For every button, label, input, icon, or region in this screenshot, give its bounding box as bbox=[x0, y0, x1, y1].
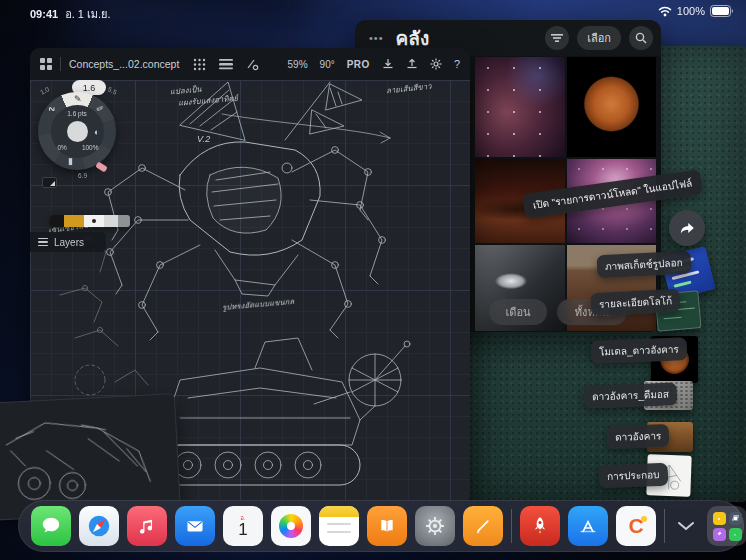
gallery-grid-button[interactable] bbox=[40, 58, 52, 70]
envelope-icon bbox=[182, 513, 208, 539]
photo-horsehead-nebula[interactable] bbox=[475, 57, 565, 157]
vector-shape-icon[interactable] bbox=[246, 58, 259, 71]
photos-flower-icon bbox=[279, 514, 303, 538]
layers-stack-icon[interactable] bbox=[219, 58, 233, 70]
concepts-toolbar: Concepts_...02.concept 59% 90° PRO bbox=[30, 48, 470, 80]
color-swatch-bar[interactable] bbox=[50, 215, 130, 227]
document-title[interactable]: Concepts_...02.concept bbox=[69, 58, 179, 70]
status-bar: 09:41 อ. 1 เม.ย. 100% bbox=[0, 0, 746, 22]
open-book-icon bbox=[375, 514, 399, 538]
dock-app-calendar[interactable]: อ. 1 bbox=[223, 506, 263, 546]
dock-app-photos[interactable] bbox=[271, 506, 311, 546]
help-button[interactable]: ? bbox=[454, 58, 460, 70]
drag-item-label[interactable]: การประกอบ bbox=[599, 463, 668, 488]
dock-divider bbox=[511, 509, 512, 543]
tool-wheel[interactable]: ✎ ∿ ✐ ▮ 1.6 pts 0% 100% ◐ bbox=[38, 92, 116, 170]
search-icon bbox=[635, 32, 647, 44]
search-button[interactable] bbox=[629, 26, 653, 50]
ring-size-value: 6.9 bbox=[78, 172, 87, 179]
forward-arrow-icon bbox=[678, 220, 696, 236]
notes-header-strip bbox=[319, 506, 359, 517]
dock-app-books[interactable] bbox=[367, 506, 407, 546]
drag-item-label[interactable]: รายละเอียดโลโก้ bbox=[590, 289, 680, 317]
clips-dot bbox=[641, 516, 647, 522]
dock-app-appstore[interactable] bbox=[568, 506, 608, 546]
chat-bubble-icon bbox=[38, 513, 64, 539]
swatch-white-selected[interactable] bbox=[84, 215, 104, 227]
wifi-icon bbox=[658, 6, 672, 17]
share-button[interactable] bbox=[669, 210, 705, 246]
export-icon[interactable] bbox=[406, 58, 418, 70]
opacity-max-label: 100% bbox=[82, 144, 99, 151]
appstore-a-icon bbox=[575, 513, 601, 539]
pro-badge[interactable]: PRO bbox=[347, 59, 370, 70]
drag-item-label[interactable]: ภาพสเก็ตช์รูปลอก bbox=[596, 251, 691, 279]
swatch-black[interactable] bbox=[50, 215, 64, 227]
contrast-icon[interactable]: ◐ bbox=[94, 127, 99, 137]
tool-wheel-inner[interactable]: 1.6 pts 0% 100% ◐ bbox=[51, 105, 104, 158]
rotation-value[interactable]: 90° bbox=[320, 59, 335, 70]
opacity-min-label: 0% bbox=[58, 144, 67, 151]
stroke-size-label: 1.6 pts bbox=[51, 110, 104, 117]
color-preview[interactable] bbox=[67, 121, 88, 142]
battery-icon bbox=[710, 5, 734, 17]
notes-line bbox=[327, 523, 351, 525]
gear-icon bbox=[422, 513, 448, 539]
import-icon[interactable] bbox=[382, 58, 394, 70]
dock-app-settings[interactable] bbox=[415, 506, 455, 546]
swatch-gold[interactable] bbox=[64, 215, 84, 227]
swatch-gray[interactable] bbox=[118, 215, 130, 227]
drag-item-label[interactable]: ดาวอังคาร bbox=[607, 424, 670, 449]
canvas-annotation: V.2 bbox=[197, 134, 210, 144]
dots-grid-icon[interactable] bbox=[193, 58, 206, 71]
brush-preview-chip[interactable] bbox=[42, 177, 57, 188]
dock-app-music[interactable] bbox=[127, 506, 167, 546]
settings-gear-icon[interactable] bbox=[430, 58, 442, 70]
dock-app-library[interactable]: •▣✦◦ bbox=[707, 506, 746, 546]
layers-button[interactable]: Layers bbox=[30, 232, 106, 252]
marker-tool-icon[interactable]: ▮ bbox=[68, 156, 73, 166]
rocket-icon bbox=[527, 513, 553, 539]
app-library-grid-icon: •▣✦◦ bbox=[713, 512, 742, 541]
select-button[interactable]: เลือก bbox=[577, 26, 621, 50]
pen-tool-icon[interactable]: ✎ bbox=[74, 94, 82, 104]
pill-months[interactable]: เดือน bbox=[489, 299, 547, 325]
swatch-lightgray[interactable] bbox=[104, 215, 118, 227]
chevron-down-icon[interactable] bbox=[673, 521, 699, 531]
toolbar-divider bbox=[60, 57, 61, 71]
pen-icon bbox=[470, 513, 496, 539]
date: อ. 1 เม.ย. bbox=[65, 5, 110, 23]
dock-app-mail[interactable] bbox=[175, 506, 215, 546]
clock: 09:41 bbox=[30, 8, 58, 20]
compass-icon bbox=[84, 511, 114, 541]
dock: อ. 1 bbox=[18, 500, 744, 552]
dock-app-notes[interactable] bbox=[319, 506, 359, 546]
zoom-level[interactable]: 59% bbox=[288, 59, 308, 70]
music-note-icon bbox=[135, 514, 159, 538]
drag-item-label[interactable]: ดาวอังคาร_ดีมอส bbox=[584, 382, 678, 408]
drag-item-label[interactable]: โมเดล_ดาวอังคาร bbox=[591, 337, 688, 363]
layers-label: Layers bbox=[54, 237, 84, 248]
screen: ••• คลัง เลือก เดือน ทั้งหมด bbox=[0, 0, 746, 560]
list-filter-icon bbox=[551, 33, 563, 43]
dock-app-messages[interactable] bbox=[31, 506, 71, 546]
calendar-day: 1 bbox=[238, 522, 247, 538]
photo-mars-globe[interactable] bbox=[567, 57, 656, 157]
dock-app-concepts[interactable] bbox=[463, 506, 503, 546]
layers-icon bbox=[38, 238, 48, 247]
filter-list-button[interactable] bbox=[545, 26, 569, 50]
window-more-icon[interactable]: ••• bbox=[369, 32, 384, 44]
notes-line bbox=[327, 531, 351, 533]
dock-app-rocket[interactable] bbox=[520, 506, 560, 546]
dock-app-safari[interactable] bbox=[79, 506, 119, 546]
battery-percent: 100% bbox=[677, 5, 705, 17]
dock-divider bbox=[664, 509, 665, 543]
dock-app-clips[interactable]: C bbox=[616, 506, 656, 546]
